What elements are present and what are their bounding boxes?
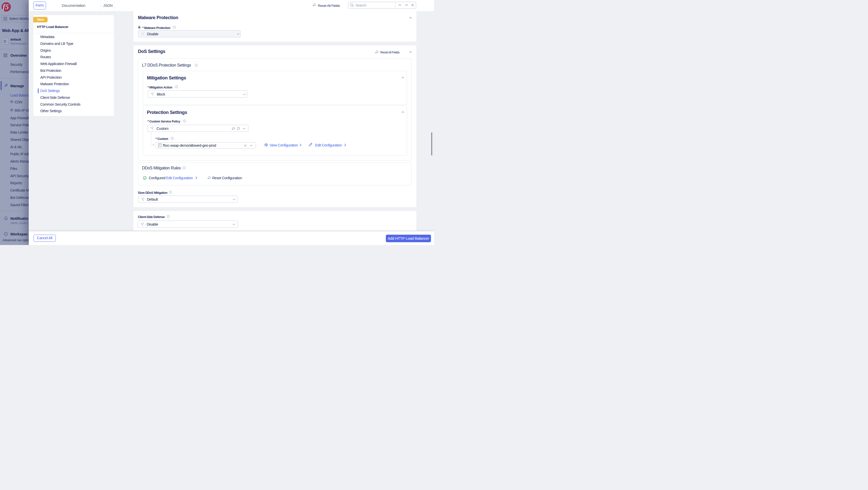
svg-text:f5: f5 xyxy=(3,3,9,11)
